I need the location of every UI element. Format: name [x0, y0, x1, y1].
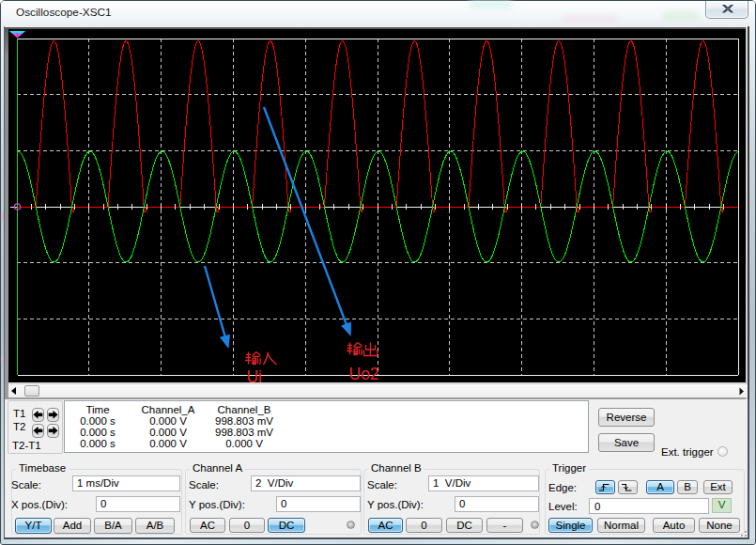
- svg-text:Ui: Ui: [246, 367, 262, 386]
- svg-text:Uo2: Uo2: [349, 365, 379, 383]
